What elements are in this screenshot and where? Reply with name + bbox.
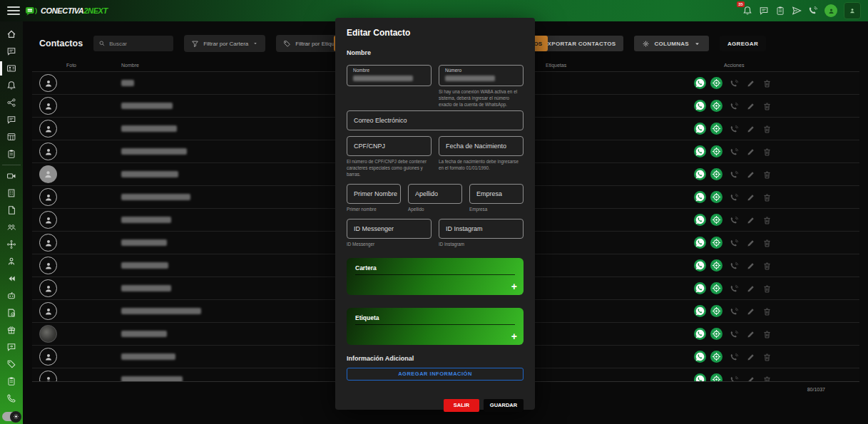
delete-icon[interactable] <box>762 261 772 270</box>
delete-icon[interactable] <box>762 352 772 361</box>
filter-cartera-button[interactable]: Filtrar por Cartera <box>184 35 265 52</box>
sidebar-item-user-check[interactable] <box>0 253 23 270</box>
sidebar-item-gift[interactable] <box>0 321 23 338</box>
whatsapp-api-icon[interactable] <box>710 77 723 89</box>
send-icon[interactable] <box>792 6 802 16</box>
notifications-icon[interactable]: 35 <box>742 6 752 16</box>
whatsapp-api-icon[interactable] <box>710 168 723 180</box>
whatsapp-api-icon[interactable] <box>710 214 723 226</box>
exportar-contactos-button[interactable]: EXPORTAR CONTACTOS <box>536 36 623 51</box>
sidebar-item-home[interactable] <box>0 26 23 43</box>
call-icon[interactable] <box>730 284 739 293</box>
whatsapp-icon[interactable] <box>694 123 706 135</box>
whatsapp-api-icon[interactable] <box>710 191 723 203</box>
delete-icon[interactable] <box>762 147 772 156</box>
call-icon[interactable] <box>730 238 739 247</box>
edit-icon[interactable] <box>746 261 755 270</box>
agregar-button[interactable]: AGREGAR <box>720 36 766 51</box>
whatsapp-icon[interactable] <box>694 237 706 249</box>
empresa-field[interactable]: Empresa <box>469 184 524 204</box>
call-icon[interactable] <box>730 375 739 382</box>
sidebar-item-clipboard[interactable] <box>0 373 23 390</box>
salir-button[interactable]: SALIR <box>444 399 479 412</box>
whatsapp-icon[interactable] <box>694 373 706 382</box>
call-icon[interactable] <box>730 215 739 224</box>
edit-icon[interactable] <box>746 192 755 202</box>
guardar-button[interactable]: GUARDAR <box>484 399 524 412</box>
edit-icon[interactable] <box>746 352 755 361</box>
primer-nombre-field[interactable]: Primer Nombre <box>347 184 401 204</box>
whatsapp-icon[interactable] <box>694 351 706 363</box>
edit-icon[interactable] <box>746 170 755 179</box>
agregar-informacion-button[interactable]: AGREGAR INFORMACIÓN <box>347 368 524 381</box>
whatsapp-api-icon[interactable] <box>710 237 723 249</box>
delete-icon[interactable] <box>762 124 772 133</box>
edit-icon[interactable] <box>746 329 755 338</box>
sidebar-item-table[interactable] <box>0 128 23 145</box>
numero-field[interactable]: Número <box>439 65 524 86</box>
edit-icon[interactable] <box>746 375 755 382</box>
tasks-icon[interactable] <box>775 6 785 16</box>
etiqueta-card[interactable]: Etiqueta + <box>347 308 524 345</box>
sidebar-item-chat[interactable] <box>0 43 23 60</box>
menu-icon[interactable] <box>7 6 20 15</box>
call-icon[interactable] <box>730 306 739 316</box>
apellido-field[interactable]: Apellido <box>408 184 462 204</box>
whatsapp-icon[interactable] <box>694 282 706 294</box>
sidebar-item-share-nodes[interactable] <box>0 94 23 111</box>
whatsapp-icon[interactable] <box>694 259 706 272</box>
calls-icon[interactable] <box>808 6 818 16</box>
sidebar-item-video-call[interactable] <box>0 167 23 185</box>
edit-icon[interactable] <box>746 78 755 88</box>
whatsapp-icon[interactable] <box>694 328 706 340</box>
whatsapp-icon[interactable] <box>694 168 706 180</box>
delete-icon[interactable] <box>762 215 772 224</box>
sidebar-item-bell[interactable] <box>0 77 23 94</box>
add-cartera-button[interactable]: + <box>511 281 517 292</box>
edit-icon[interactable] <box>746 238 755 247</box>
sidebar-item-document-badge[interactable] <box>0 304 23 321</box>
nombre-field[interactable]: Nombre <box>347 65 432 86</box>
delete-icon[interactable] <box>762 306 772 316</box>
search-box[interactable] <box>93 36 173 51</box>
sidebar-item-contacts[interactable] <box>0 60 23 77</box>
search-input[interactable] <box>109 41 168 47</box>
sidebar-item-people[interactable] <box>0 219 23 236</box>
add-etiqueta-button[interactable]: + <box>511 331 517 342</box>
whatsapp-api-icon[interactable] <box>710 351 723 363</box>
cpf-cnpj-field[interactable]: CPF/CNPJ <box>347 136 432 156</box>
call-icon[interactable] <box>730 261 739 270</box>
sidebar-item-bot[interactable] <box>0 287 23 304</box>
edit-icon[interactable] <box>746 284 755 293</box>
edit-icon[interactable] <box>746 124 755 133</box>
whatsapp-icon[interactable] <box>694 305 706 317</box>
sidebar-item-document[interactable] <box>0 202 23 219</box>
id-instagram-field[interactable]: ID Instagram <box>439 219 524 239</box>
user-avatar[interactable] <box>824 4 837 17</box>
edit-icon[interactable] <box>746 147 755 156</box>
whatsapp-icon[interactable] <box>694 77 706 89</box>
delete-icon[interactable] <box>762 375 772 382</box>
whatsapp-icon[interactable] <box>694 191 706 203</box>
theme-toggle[interactable] <box>2 412 21 421</box>
fecha-nacimiento-field[interactable]: Fecha de Nacimiento <box>439 136 524 156</box>
whatsapp-api-icon[interactable] <box>710 100 723 112</box>
whatsapp-api-icon[interactable] <box>710 305 723 317</box>
call-icon[interactable] <box>730 78 739 88</box>
delete-icon[interactable] <box>762 78 772 88</box>
id-messenger-field[interactable]: ID Messenger <box>347 219 432 239</box>
whatsapp-api-icon[interactable] <box>710 282 723 294</box>
delete-icon[interactable] <box>762 192 772 202</box>
call-icon[interactable] <box>730 170 739 179</box>
call-icon[interactable] <box>730 192 739 202</box>
sidebar-item-building[interactable] <box>0 185 23 202</box>
delete-icon[interactable] <box>762 238 772 247</box>
call-icon[interactable] <box>730 147 739 156</box>
sidebar-item-chat-send[interactable] <box>0 338 23 356</box>
sidebar-item-chat[interactable] <box>0 111 23 128</box>
sidebar-item-phone[interactable] <box>0 390 23 407</box>
call-icon[interactable] <box>730 101 739 110</box>
delete-icon[interactable] <box>762 329 772 338</box>
workspace-button[interactable] <box>844 2 861 19</box>
sidebar-item-rewind[interactable] <box>0 270 23 287</box>
